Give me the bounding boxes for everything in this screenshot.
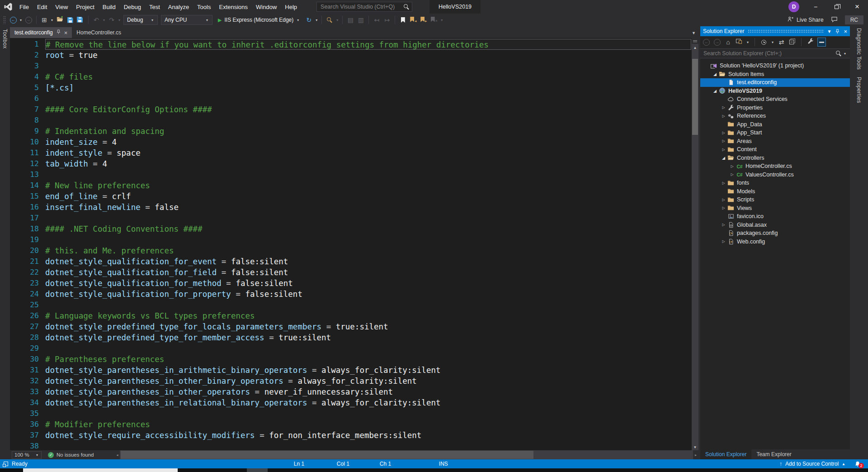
- tree-item-scripts[interactable]: ▷Scripts: [700, 195, 850, 204]
- side-tab-diagnostic-tools[interactable]: Diagnostic Tools: [856, 28, 862, 70]
- chevron-down-icon[interactable]: ▾: [440, 18, 443, 22]
- code-line-18[interactable]: 18#### .NET Coding Conventions ####: [10, 224, 692, 234]
- expand-arrow-icon[interactable]: ▷: [720, 198, 727, 202]
- code-line-30[interactable]: 30# Parentheses preferences: [10, 354, 692, 365]
- vertical-scrollbar[interactable]: ▲ ▼: [692, 38, 698, 450]
- menu-analyze[interactable]: Analyze: [164, 0, 193, 14]
- solution-configurations-combo[interactable]: Debug▾: [123, 15, 158, 25]
- expand-arrow-icon[interactable]: ▷: [720, 239, 727, 243]
- tree-item-connected-services[interactable]: Connected Services: [700, 95, 850, 104]
- search-icon[interactable]: [836, 51, 841, 56]
- zoom-selector[interactable]: 100 % ▾: [12, 451, 42, 459]
- line-number[interactable]: 31: [10, 365, 39, 376]
- tree-item-packages-config[interactable]: packages.config: [700, 229, 850, 238]
- tree-item-global-asax[interactable]: ▷Global.asax: [700, 221, 850, 229]
- live-share-button[interactable]: Live Share: [787, 16, 824, 24]
- home-button[interactable]: ⌂: [724, 38, 732, 47]
- code-line-6[interactable]: 6: [10, 93, 692, 104]
- line-number[interactable]: 13: [10, 169, 39, 180]
- search-input[interactable]: [316, 2, 412, 12]
- scroll-right-icon[interactable]: ▸: [693, 453, 698, 457]
- chevron-down-icon[interactable]: ▾: [771, 40, 774, 44]
- code-line-9[interactable]: 9# Indentation and spacing: [10, 126, 692, 137]
- account-avatar[interactable]: D: [788, 1, 799, 12]
- tree-item-solution-hellovs2019-1-project-[interactable]: Solution 'HelloVS2019' (1 project): [700, 62, 850, 70]
- menu-window[interactable]: Window: [252, 0, 281, 14]
- chevron-down-icon[interactable]: ▾: [746, 40, 750, 44]
- line-number[interactable]: 24: [10, 289, 39, 300]
- restore-button[interactable]: [832, 3, 841, 10]
- expand-arrow-icon[interactable]: ▷: [720, 181, 727, 185]
- previous-bookmark-button[interactable]: ◂: [409, 15, 418, 25]
- tree-item-valuescontroller-cs[interactable]: ▷C#ValuesController.cs: [700, 171, 850, 179]
- side-tab-toolbox[interactable]: Toolbox: [2, 29, 8, 48]
- solution-explorer-titlebar[interactable]: Solution Explorer ▼ ×: [700, 26, 850, 36]
- line-number[interactable]: 32: [10, 376, 39, 386]
- line-number[interactable]: 34: [10, 397, 39, 408]
- line-number[interactable]: 28: [10, 332, 39, 343]
- code-line-3[interactable]: 3: [10, 61, 692, 72]
- chevron-down-icon[interactable]: ▾: [50, 18, 54, 22]
- document-list-dropdown-icon[interactable]: ▼: [692, 31, 696, 35]
- line-number[interactable]: 3: [10, 61, 39, 72]
- collapse-arrow-icon[interactable]: ◢: [712, 89, 718, 93]
- menu-extensions[interactable]: Extensions: [215, 0, 252, 14]
- tree-item-favicon-ico[interactable]: favicon.ico: [700, 212, 850, 221]
- line-number[interactable]: 25: [10, 300, 39, 310]
- menu-build[interactable]: Build: [99, 0, 120, 14]
- line-number[interactable]: 11: [10, 148, 39, 158]
- back-button[interactable]: ←: [703, 38, 710, 47]
- line-number[interactable]: 2: [10, 50, 39, 61]
- line-number[interactable]: 37: [10, 430, 39, 441]
- line-number[interactable]: 8: [10, 115, 39, 126]
- tree-item-solution-items[interactable]: ◢Solution Items: [700, 70, 850, 79]
- code-line-14[interactable]: 14# New line preferences: [10, 180, 692, 191]
- start-debugging-button[interactable]: ▶IIS Express (Microsoft Edge)▾: [215, 17, 303, 23]
- code-line-36[interactable]: 36# Modifier preferences: [10, 419, 692, 430]
- code-line-13[interactable]: 13: [10, 169, 692, 180]
- menu-debug[interactable]: Debug: [120, 0, 145, 14]
- line-number[interactable]: 21: [10, 256, 39, 267]
- line-number[interactable]: 18: [10, 224, 39, 234]
- solution-platforms-combo[interactable]: Any CPU▾: [161, 15, 212, 25]
- line-number[interactable]: 29: [10, 343, 39, 354]
- line-number[interactable]: 12: [10, 158, 39, 169]
- collapse-all-button[interactable]: [788, 38, 796, 47]
- menu-view[interactable]: View: [51, 0, 72, 14]
- pin-icon[interactable]: [835, 29, 840, 34]
- code-line-1[interactable]: 1# Remove the line below if you want to …: [10, 39, 692, 50]
- scroll-left-icon[interactable]: ◂: [114, 453, 120, 457]
- line-number[interactable]: 1: [10, 39, 39, 50]
- line-number[interactable]: 4: [10, 72, 39, 82]
- nav-back-button[interactable]: ←: [9, 15, 18, 25]
- chevron-down-icon[interactable]: ▾: [102, 18, 106, 22]
- code-line-28[interactable]: 28dotnet_style_predefined_type_for_membe…: [10, 332, 692, 343]
- solution-search-input[interactable]: [703, 50, 836, 57]
- line-number[interactable]: 38: [10, 441, 39, 450]
- document-outline-button[interactable]: ▤: [346, 15, 355, 25]
- line-number[interactable]: 16: [10, 202, 39, 213]
- close-icon[interactable]: ×: [844, 28, 847, 35]
- line-number[interactable]: 6: [10, 93, 39, 104]
- pending-changes-filter-button[interactable]: [760, 38, 768, 47]
- health-indicator[interactable]: ✓ No issues found: [48, 452, 94, 458]
- nav-forward-button[interactable]: →: [24, 15, 33, 25]
- toggle-bookmark-button[interactable]: [398, 15, 407, 25]
- tree-item-content[interactable]: ▷Content: [700, 145, 850, 154]
- code-line-8[interactable]: 8: [10, 115, 692, 126]
- code-line-32[interactable]: 32dotnet_style_parentheses_in_other_bina…: [10, 376, 692, 386]
- splitter-grip-icon[interactable]: [692, 38, 698, 44]
- menu-file[interactable]: File: [15, 0, 33, 14]
- code-line-24[interactable]: 24dotnet_style_qualification_for_propert…: [10, 289, 692, 300]
- code-line-27[interactable]: 27dotnet_style_predefined_type_for_local…: [10, 321, 692, 332]
- release-channel-badge[interactable]: RC: [845, 15, 863, 24]
- code-line-34[interactable]: 34dotnet_style_parentheses_in_relational…: [10, 397, 692, 408]
- code-line-23[interactable]: 23dotnet_style_qualification_for_method …: [10, 278, 692, 289]
- expand-arrow-icon[interactable]: ▷: [720, 105, 727, 110]
- line-number[interactable]: 23: [10, 278, 39, 289]
- expand-arrow-icon[interactable]: ▷: [720, 206, 727, 210]
- expand-arrow-icon[interactable]: ▷: [720, 114, 727, 118]
- browser-link-refresh-button[interactable]: ↻: [304, 15, 313, 25]
- code-line-7[interactable]: 7#### Core EditorConfig Options ####: [10, 104, 692, 115]
- menu-edit[interactable]: Edit: [33, 0, 51, 14]
